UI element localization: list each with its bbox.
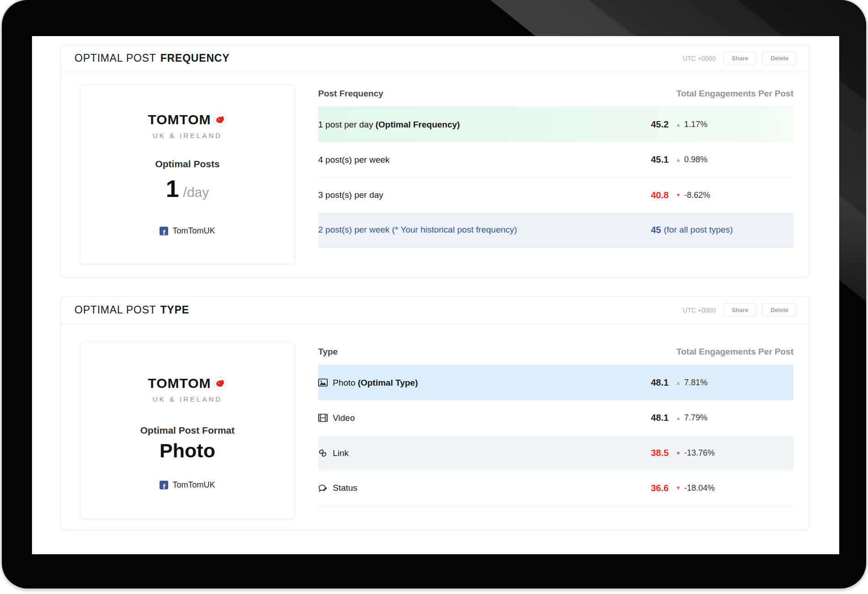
row-label: Link (333, 448, 349, 458)
row-label: 3 post(s) per day (318, 190, 383, 200)
table-row: Status 36.6 -18.04% (318, 471, 793, 506)
row-label: Photo(Optimal Type) (333, 378, 418, 388)
table-row: Video 48.1 7.79% (318, 400, 793, 435)
row-value: 48.1 7.79% (651, 413, 708, 423)
brand-region: UK & IRELAND (80, 132, 294, 139)
row-label: Video (333, 413, 355, 423)
facebook-icon (160, 227, 168, 235)
timezone-label: UTC +0000 (683, 307, 716, 314)
share-button[interactable]: Share (724, 51, 756, 65)
column-header-type: Type (318, 347, 338, 357)
facebook-account-link[interactable]: TomTomUK (80, 480, 294, 490)
metric-value-row: 1 /day (80, 175, 294, 202)
column-header-engagements: Total Engagements Per Post (676, 347, 793, 357)
delete-button[interactable]: Delete (762, 51, 797, 65)
metric-value-row: Photo (80, 440, 294, 462)
row-value: 36.6 -18.04% (651, 483, 715, 493)
metric-label: Optimal Posts (80, 159, 294, 170)
card-header: OPTIMAL POSTTYPE UTC +0000 Share Delete (61, 297, 809, 324)
down-triangle-icon (676, 192, 681, 198)
up-triangle-icon (676, 157, 681, 163)
row-label: 4 post(s) per week (318, 155, 389, 165)
delete-button[interactable]: Delete (762, 303, 797, 317)
row-value: 45 (for all post types) (651, 225, 733, 235)
row-value: 45.2 1.17% (651, 119, 708, 130)
up-triangle-icon (676, 415, 681, 421)
card-title-prefix: OPTIMAL POST (75, 304, 156, 316)
metric-unit: /day (183, 185, 209, 200)
metric-value: Photo (160, 440, 215, 462)
dashboard-screen: OPTIMAL POSTFREQUENCY UTC +0000 Share De… (32, 36, 839, 554)
row-value: 45.1 0.98% (651, 154, 708, 165)
tomtom-hands-icon (213, 112, 227, 127)
link-icon (318, 449, 328, 457)
profile-panel: TOMTOM UK & IRELAND Optimal Post Format … (80, 342, 295, 519)
brand-name: TOMTOM (148, 112, 211, 127)
row-value: 40.8 -8.62% (651, 190, 710, 201)
brand-name: TOMTOM (148, 376, 211, 391)
card-title-prefix: OPTIMAL POST (75, 52, 156, 64)
column-header-frequency: Post Frequency (318, 89, 383, 99)
type-table: Type Total Engagements Per Post Photo(Op… (318, 342, 793, 506)
up-triangle-icon (676, 380, 681, 386)
tablet-frame: OPTIMAL POSTFREQUENCY UTC +0000 Share De… (2, 0, 866, 589)
down-triangle-icon (676, 485, 681, 491)
share-button[interactable]: Share (724, 303, 756, 317)
table-row: Link 38.5 -13.76% (318, 435, 793, 471)
photo-icon (318, 378, 328, 387)
optimal-post-type-card: OPTIMAL POSTTYPE UTC +0000 Share Delete … (60, 296, 809, 530)
table-header: Post Frequency Total Engagements Per Pos… (318, 84, 793, 107)
frequency-table: Post Frequency Total Engagements Per Pos… (318, 84, 793, 248)
card-title: OPTIMAL POSTFREQUENCY (75, 52, 229, 64)
card-title-bold: FREQUENCY (160, 52, 230, 64)
timezone-label: UTC +0000 (683, 55, 716, 62)
down-triangle-icon (676, 450, 681, 456)
status-icon (318, 484, 328, 493)
card-title-bold: TYPE (160, 304, 189, 316)
row-label: Status (333, 483, 357, 493)
table-row: Photo(Optimal Type) 48.1 7.81% (318, 365, 793, 400)
optimal-post-frequency-card: OPTIMAL POSTFREQUENCY UTC +0000 Share De… (60, 44, 809, 277)
facebook-account-link[interactable]: TomTomUK (80, 226, 294, 236)
video-icon (318, 414, 328, 422)
facebook-account-name: TomTomUK (172, 226, 215, 236)
tomtom-hands-icon (213, 376, 227, 391)
table-row: 3 post(s) per day 40.8 -8.62% (318, 177, 793, 212)
brand-logo: TOMTOM (80, 112, 294, 127)
table-row: 1 post per day(Optimal Frequency) 45.2 1… (318, 107, 793, 142)
up-triangle-icon (676, 122, 681, 128)
table-row-historical: 2 post(s) per week (* Your historical po… (318, 212, 793, 248)
card-title: OPTIMAL POSTTYPE (75, 304, 189, 316)
metric-label: Optimal Post Format (80, 425, 294, 436)
row-label: 2 post(s) per week (* Your historical po… (318, 225, 517, 235)
metric-value: 1 (166, 175, 179, 202)
row-value: 48.1 7.81% (651, 377, 708, 388)
table-header: Type Total Engagements Per Post (318, 342, 793, 365)
card-header-controls: UTC +0000 Share Delete (683, 303, 797, 317)
brand-region: UK & IRELAND (80, 395, 294, 403)
table-row: 4 post(s) per week 45.1 0.98% (318, 142, 793, 177)
facebook-account-name: TomTomUK (172, 480, 215, 490)
row-label: 1 post per day(Optimal Frequency) (318, 120, 460, 130)
profile-panel: TOMTOM UK & IRELAND Optimal Posts 1 /day (80, 84, 295, 264)
facebook-icon (160, 481, 168, 489)
row-value: 38.5 -13.76% (651, 448, 715, 458)
column-header-engagements: Total Engagements Per Post (676, 89, 793, 99)
brand-logo: TOMTOM (80, 376, 294, 391)
card-header: OPTIMAL POSTFREQUENCY UTC +0000 Share De… (61, 45, 809, 72)
card-header-controls: UTC +0000 Share Delete (683, 51, 797, 65)
